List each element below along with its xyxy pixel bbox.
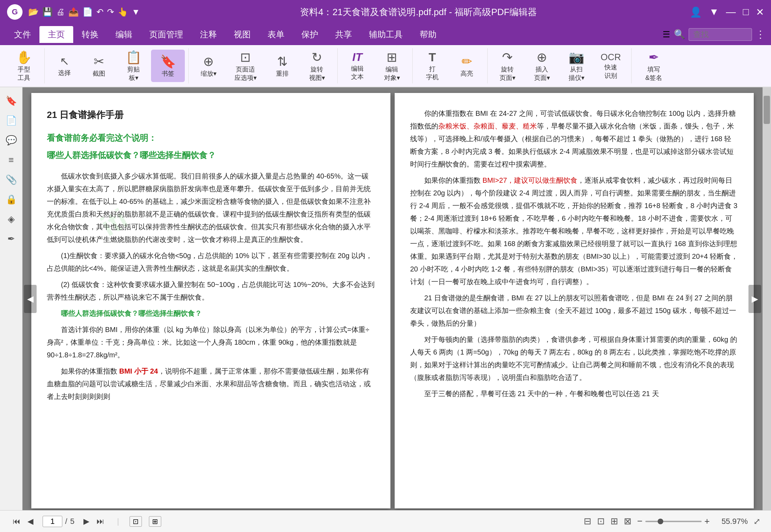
- quick-tools: 📂 💾 🖨 📤 📄 ↶ ↷ 👆 ▼: [28, 7, 140, 17]
- save-icon[interactable]: 💾: [42, 7, 53, 17]
- menu-annotate[interactable]: 注释: [192, 26, 225, 43]
- undo-icon[interactable]: ↶: [96, 7, 104, 17]
- menu-forms[interactable]: 表单: [259, 26, 293, 43]
- page-spread: iti 21 日食谱操作手册 看食谱前务必看完这个说明： 哪些人群选择低碳饮食？…: [31, 93, 754, 505]
- menu-view[interactable]: 视图: [225, 26, 259, 43]
- zoom-in-btn[interactable]: +: [704, 516, 710, 527]
- insert-page-btn[interactable]: ⊕ 插入页面▾: [525, 50, 559, 82]
- page-nav-left[interactable]: ◀: [24, 285, 37, 313]
- two-page-btn[interactable]: ⊞: [610, 516, 618, 527]
- extract-page-btn[interactable]: ⊡: [130, 516, 142, 527]
- zoom-label: 缩放▾: [201, 70, 217, 78]
- account-icon[interactable]: 👤: [690, 6, 702, 18]
- menu-edit[interactable]: 编辑: [107, 26, 141, 43]
- screenshot-btn[interactable]: ✂ 截图: [82, 50, 116, 82]
- toolbar-group-edit: IT 编辑文本 ⊞ 编辑对象▾: [340, 48, 413, 83]
- clipboard-icon: 📋: [126, 50, 142, 65]
- two-page-continuous-btn[interactable]: ⊠: [624, 516, 632, 527]
- edit-obj-btn[interactable]: ⊞ 编辑对象▾: [375, 50, 409, 82]
- first-page-btn[interactable]: ⏮: [11, 516, 23, 527]
- edit-text-btn[interactable]: IT 编辑文本: [340, 50, 374, 82]
- screenshot-label: 截图: [93, 70, 105, 78]
- menu-more-icon[interactable]: ⋮: [756, 29, 765, 40]
- typewriter-btn[interactable]: T 打字机: [415, 50, 449, 82]
- single-page-btn[interactable]: ⊟: [584, 516, 591, 527]
- page-input[interactable]: [43, 516, 62, 527]
- save-as-icon[interactable]: 📤: [68, 7, 79, 17]
- sidebar-icon-bookmark[interactable]: 🔖: [4, 93, 19, 108]
- sidebar-icon-lock[interactable]: 🔒: [4, 192, 19, 207]
- reflow-btn[interactable]: ⇅ 重排: [265, 50, 299, 82]
- screenshot-icon: ✂: [94, 54, 104, 69]
- select-icon: ↖: [60, 55, 69, 68]
- left-para-2: (1)生酮饮食：要求摄入的碳水化合物<50g，占总供能的 10% 以下，甚至有些…: [47, 249, 375, 275]
- insert-page-status-btn[interactable]: ⊞: [149, 516, 161, 527]
- rotate-page-btn[interactable]: ↷ 旋转页面▾: [490, 50, 524, 82]
- clipboard-btn[interactable]: 📋 剪贴板▾: [117, 50, 150, 82]
- maximize-btn[interactable]: □: [743, 6, 749, 18]
- print-icon[interactable]: 🖨: [56, 7, 65, 17]
- page-nav-right[interactable]: ▶: [748, 285, 761, 313]
- highlight-btn[interactable]: ✏ 高亮: [450, 50, 484, 82]
- title-bar: G 📂 💾 🖨 📤 📄 ↶ ↷ 👆 ▼ 资料4：21天食谱及食谱说明.pdf.p…: [0, 0, 771, 24]
- window-controls: 👤 ▼ — □ ✕: [690, 6, 764, 18]
- continuous-btn[interactable]: ⊡: [597, 516, 605, 527]
- new-icon[interactable]: 📄: [82, 7, 93, 17]
- sidebar-icon-page[interactable]: 📄: [4, 113, 19, 128]
- scroll-thumb[interactable]: [764, 96, 770, 124]
- edit-obj-label: 编辑对象▾: [384, 65, 400, 82]
- dropdown-icon[interactable]: ▼: [132, 7, 140, 17]
- search-input[interactable]: [689, 28, 752, 41]
- sidebar-icon-attachment[interactable]: 📎: [4, 172, 19, 187]
- ocr-btn[interactable]: OCR 快速识别: [594, 50, 628, 82]
- scan-btn[interactable]: 📷 从扫描仪▾: [559, 50, 593, 82]
- sidebar-icon-layers[interactable]: ≡: [4, 152, 19, 168]
- select-btn[interactable]: ↖ 选择: [48, 50, 81, 82]
- sidebar-icon-sign[interactable]: ✒: [4, 231, 19, 246]
- bookmark-btn[interactable]: 🔖 书签: [151, 50, 185, 82]
- next-page-btn[interactable]: ▶: [81, 516, 92, 527]
- left-para-6: 如果你的体重指数 BMI 小于 24，说明你不超重，属于正常体重，那你不需要做低…: [47, 365, 375, 403]
- rotate-view-icon: ↻: [312, 50, 322, 65]
- file-open-icon[interactable]: 📂: [28, 7, 39, 17]
- edit-text-label: 编辑文本: [351, 65, 364, 81]
- close-btn[interactable]: ✕: [756, 6, 764, 18]
- menu-home[interactable]: 主页: [39, 26, 73, 43]
- sidebar-icon-stamp[interactable]: ◈: [4, 211, 19, 227]
- minimize-btn[interactable]: —: [726, 6, 736, 18]
- menu-file[interactable]: 文件: [6, 26, 39, 43]
- pdf-area: ◀ iti 21 日食谱操作手册 看食谱前务必看完这个说明： 哪些人群选择低碳饮…: [23, 87, 763, 510]
- reflow-label: 重排: [276, 70, 289, 78]
- typewriter-label: 打字机: [426, 65, 439, 82]
- ocr-label: 快速识别: [604, 63, 617, 80]
- menu-protect[interactable]: 保护: [293, 26, 327, 43]
- fit-page-btn[interactable]: ⊡ 页面适应选项▾: [226, 50, 265, 82]
- touch-icon[interactable]: 👆: [118, 7, 128, 17]
- menu-tools[interactable]: 辅助工具: [361, 26, 411, 43]
- account-dropdown-icon[interactable]: ▼: [709, 6, 719, 18]
- fullscreen-btn[interactable]: ⤢: [753, 517, 760, 526]
- prev-page-btn[interactable]: ◀: [25, 516, 36, 527]
- right-scrollbar[interactable]: [763, 87, 771, 510]
- search-icon[interactable]: 🔍: [674, 29, 685, 40]
- redo-icon[interactable]: ↷: [107, 7, 114, 17]
- zoom-btn[interactable]: ⊕ 缩放▾: [192, 50, 225, 82]
- typewriter-icon: T: [429, 50, 436, 64]
- menu-share[interactable]: 共享: [327, 26, 361, 43]
- sidebar-icon-comment[interactable]: 💬: [4, 132, 19, 148]
- menu-help[interactable]: 帮助: [411, 26, 445, 43]
- rotate-view-label: 旋转视图▾: [309, 65, 325, 82]
- hand-tool-btn[interactable]: ✋ 手型工具: [7, 50, 41, 82]
- menu-convert[interactable]: 转换: [73, 26, 107, 43]
- last-page-btn[interactable]: ⏭: [94, 516, 106, 527]
- rotate-view-btn[interactable]: ↻ 旋转视图▾: [300, 50, 334, 82]
- edit-obj-icon: ⊞: [387, 50, 397, 65]
- page-nav-buttons-2: ▶ ⏭: [81, 516, 106, 527]
- fill-sign-btn[interactable]: ✒ 填写&签名: [634, 50, 673, 82]
- view-buttons: ⊟ ⊡ ⊞ ⊠ − + 55.97% ⤢: [584, 516, 760, 527]
- zoom-out-btn[interactable]: −: [637, 516, 642, 527]
- zoom-slider[interactable]: [645, 521, 702, 522]
- menu-page-management[interactable]: 页面管理: [141, 26, 192, 43]
- menu-list-icon[interactable]: ☰: [663, 30, 670, 39]
- bmi-small-label: BMI 小于 24: [119, 367, 158, 375]
